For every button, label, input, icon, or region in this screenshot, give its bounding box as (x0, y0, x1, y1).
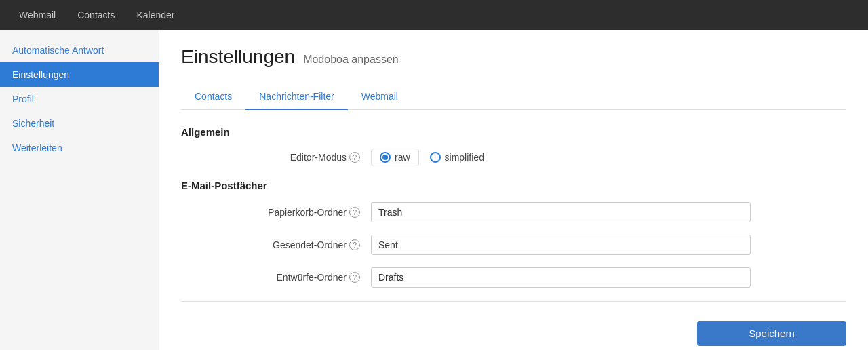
editor-modus-row: Editor-Modus ? raw simplified (181, 149, 846, 166)
nav-webmail[interactable]: Webmail (11, 4, 64, 26)
main-content: Einstellungen Modoboa anpassen Contacts … (159, 30, 868, 350)
sidebar-item-automatische-antwort[interactable]: Automatische Antwort (0, 38, 159, 62)
section-divider (181, 301, 846, 302)
main-layout: Automatische Antwort Einstellungen Profi… (0, 30, 868, 350)
papierkorb-label: Papierkorb-Ordner ? (181, 207, 371, 218)
radio-raw-circle (380, 152, 391, 163)
section-allgemein: Allgemein Editor-Modus ? raw simplified (181, 126, 846, 166)
entwuerfe-help-icon[interactable]: ? (349, 272, 360, 283)
papierkorb-row: Papierkorb-Ordner ? (181, 202, 846, 222)
save-row: Speichern (181, 315, 846, 346)
section-postfaecher-title: E-Mail-Postfächer (181, 180, 846, 191)
gesendet-help-icon[interactable]: ? (349, 239, 360, 250)
sidebar-item-einstellungen[interactable]: Einstellungen (0, 62, 159, 87)
entwuerfe-input[interactable] (371, 267, 751, 288)
sidebar-item-profil[interactable]: Profil (0, 87, 159, 111)
entwuerfe-label: Entwürfe-Ordner ? (181, 272, 371, 283)
save-button[interactable]: Speichern (697, 321, 846, 346)
editor-modus-radio-group: raw simplified (371, 149, 484, 166)
papierkorb-help-icon[interactable]: ? (349, 207, 360, 218)
nav-contacts[interactable]: Contacts (69, 4, 123, 26)
top-nav: Webmail Contacts Kalender (0, 0, 868, 30)
page-header: Einstellungen Modoboa anpassen (181, 46, 846, 68)
nav-kalender[interactable]: Kalender (128, 4, 182, 26)
section-allgemein-title: Allgemein (181, 126, 846, 138)
radio-option-simplified[interactable]: simplified (430, 152, 484, 163)
gesendet-input[interactable] (371, 235, 751, 255)
papierkorb-input[interactable] (371, 202, 751, 222)
section-postfaecher: E-Mail-Postfächer Papierkorb-Ordner ? Ge… (181, 180, 846, 288)
tab-webmail[interactable]: Webmail (348, 84, 412, 110)
sidebar-item-weiterleiten[interactable]: Weiterleiten (0, 136, 159, 160)
radio-raw-label: raw (395, 152, 410, 163)
tab-nachrichten-filter[interactable]: Nachrichten-Filter (245, 84, 347, 110)
gesendet-row: Gesendet-Ordner ? (181, 235, 846, 255)
radio-simplified-label: simplified (445, 152, 484, 163)
entwuerfe-row: Entwürfe-Ordner ? (181, 267, 846, 288)
page-title: Einstellungen (181, 46, 295, 68)
tab-contacts[interactable]: Contacts (181, 84, 245, 110)
editor-modus-help-icon[interactable]: ? (349, 152, 360, 163)
radio-option-raw[interactable]: raw (371, 149, 419, 166)
gesendet-label: Gesendet-Ordner ? (181, 239, 371, 250)
sidebar-item-sicherheit[interactable]: Sicherheit (0, 111, 159, 136)
page-subtitle: Modoboa anpassen (303, 54, 399, 66)
radio-simplified-circle (430, 152, 441, 163)
sidebar: Automatische Antwort Einstellungen Profi… (0, 30, 159, 350)
tabs: Contacts Nachrichten-Filter Webmail (181, 84, 846, 110)
editor-modus-label: Editor-Modus ? (181, 152, 371, 163)
